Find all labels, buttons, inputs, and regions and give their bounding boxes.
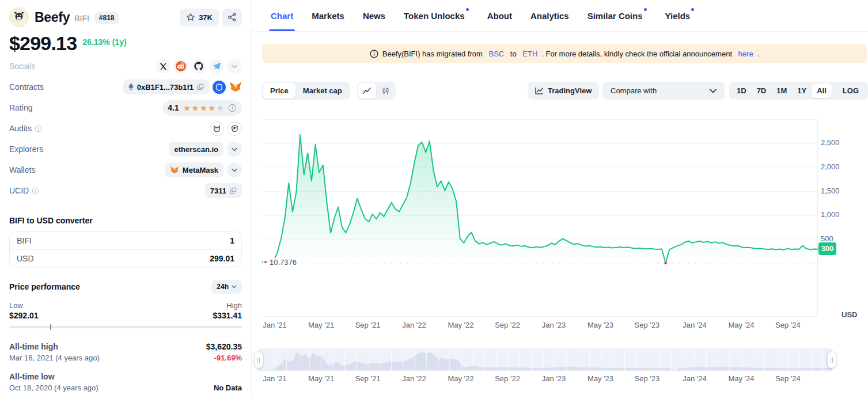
x-axis-label: Sep '21 xyxy=(355,321,381,329)
contract-address-pill[interactable]: 0xB1F1...73b1f1 xyxy=(123,79,209,94)
ucid-pill[interactable]: 7311 xyxy=(205,183,242,198)
eth-link[interactable]: ETH xyxy=(522,50,537,58)
tradingview-button[interactable]: TradingView xyxy=(528,82,599,100)
y-axis-label: 500 xyxy=(821,234,833,243)
announcement-link[interactable]: here xyxy=(738,50,753,58)
telegram-icon[interactable] xyxy=(209,59,224,74)
x-axis-label: Sep '22 xyxy=(495,321,520,329)
metamask-icon xyxy=(170,166,179,174)
explorers-row: Explorers etherscan.io xyxy=(9,139,242,159)
star-icon: ★ xyxy=(208,104,215,112)
brush-handle-right[interactable] xyxy=(828,352,836,368)
x-axis-label: May '22 xyxy=(448,374,473,383)
ucid-value: 7311 xyxy=(210,187,226,195)
chart-controls: Price Market cap TradingView Compare wit… xyxy=(262,82,868,100)
tab-similar-coins[interactable]: Similar Coins xyxy=(587,0,647,31)
chart-type-toggle xyxy=(357,82,396,100)
range-1m[interactable]: 1M xyxy=(771,83,792,98)
coin-rank-badge: #818 xyxy=(94,12,119,24)
range-1y[interactable]: 1Y xyxy=(792,83,812,98)
range-brush-chart[interactable] xyxy=(258,348,832,371)
marketcap-toggle-button[interactable]: Market cap xyxy=(296,83,349,98)
x-axis-label: Sep '24 xyxy=(775,321,801,329)
tab-chart[interactable]: Chart xyxy=(271,0,293,31)
performance-range-dropdown[interactable]: 24h xyxy=(211,280,242,294)
ath-change: -91.69% xyxy=(214,354,242,362)
certik-badge-icon[interactable] xyxy=(213,81,226,94)
range-7d[interactable]: 7D xyxy=(752,83,772,98)
coin-price: $299.13 xyxy=(9,32,77,55)
explorer-pill[interactable]: etherscan.io xyxy=(169,142,223,157)
beefy-logo-icon xyxy=(9,7,29,27)
time-range-selector: 1D 7D 1M 1Y All LOG ... xyxy=(729,82,868,100)
share-button[interactable] xyxy=(222,9,242,26)
star-icon xyxy=(186,13,195,22)
reddit-icon[interactable] xyxy=(173,59,188,74)
price-toggle-button[interactable]: Price xyxy=(263,83,295,98)
x-axis-label: Jan '24 xyxy=(683,321,707,329)
brush-handle-left[interactable] xyxy=(255,352,263,368)
tab-analytics[interactable]: Analytics xyxy=(530,0,569,31)
banner-text: . For more details, kindly check the off… xyxy=(541,50,734,58)
compare-with-dropdown[interactable]: Compare with xyxy=(602,82,725,100)
info-icon[interactable] xyxy=(228,104,237,112)
explorers-chevron-down-icon[interactable] xyxy=(227,142,242,157)
min-dot-icon xyxy=(264,261,267,263)
chevron-down-icon xyxy=(710,89,717,93)
bsc-link[interactable]: BSC xyxy=(488,50,504,58)
tab-news[interactable]: News xyxy=(363,0,385,31)
audit-shield-f-icon[interactable] xyxy=(228,121,242,136)
converter-amount-input[interactable]: 299.01 xyxy=(210,254,234,263)
high-value: $331.41 xyxy=(213,311,242,320)
x-axis-label: Jan '23 xyxy=(542,321,566,329)
tab-about[interactable]: About xyxy=(487,0,512,31)
ucid-label: UCID xyxy=(9,186,39,195)
header-actions: 37K xyxy=(180,9,242,26)
x-icon[interactable] xyxy=(156,59,170,74)
tab-markets[interactable]: Markets xyxy=(312,0,344,31)
audit-shield-cat-icon[interactable] xyxy=(210,121,224,136)
range-all[interactable]: All xyxy=(812,83,832,98)
all-time-high-block: All-time high $3,620.35 Mar 16, 2021 (4 … xyxy=(9,342,242,362)
x-axis-label: Sep '24 xyxy=(775,374,801,383)
log-scale-button[interactable]: LOG xyxy=(837,83,864,98)
converter-amount-input[interactable]: 1 xyxy=(230,236,234,245)
tab-token-unlocks[interactable]: Token Unlocks xyxy=(404,0,469,31)
coin-header: Beefy BIFI #818 37K xyxy=(9,7,242,28)
coin-name: Beefy xyxy=(35,10,70,25)
wallet-pill[interactable]: MetaMask xyxy=(165,162,223,177)
coin-tabs: Chart Markets News Token Unlocks About A… xyxy=(252,0,868,32)
atl-label: All-time low xyxy=(9,372,55,381)
x-axis-label: Jan '22 xyxy=(402,321,426,329)
high-label: High xyxy=(226,301,242,310)
tab-yields[interactable]: Yields xyxy=(665,0,695,31)
wallets-label: Wallets xyxy=(9,165,35,174)
x-axis-label: May '23 xyxy=(587,374,613,383)
star-icon: ★ xyxy=(217,104,224,112)
metamask-icon[interactable] xyxy=(229,81,242,93)
coinmarketcap-coin-page: Beefy BIFI #818 37K $299.13 26.13% (1y) … xyxy=(0,0,868,395)
range-1d[interactable]: 1D xyxy=(731,83,752,98)
x-axis-label: Jan '21 xyxy=(263,374,287,383)
rating-pill[interactable]: 4.1 ★★★★★ xyxy=(162,100,242,116)
candlestick-chart-icon[interactable] xyxy=(377,83,395,98)
audits-row: Audits xyxy=(9,118,242,139)
line-chart-icon[interactable] xyxy=(358,83,376,98)
wallets-chevron-down-icon[interactable] xyxy=(227,162,242,177)
divider xyxy=(9,336,242,336)
price-chart[interactable]: 10.7376 CoinMarketCap xyxy=(262,119,818,317)
audits-label: Audits xyxy=(9,124,42,133)
github-icon[interactable] xyxy=(191,59,206,74)
watchlist-button[interactable]: 37K xyxy=(180,9,219,26)
y-axis-label: 1,000 xyxy=(821,210,840,219)
coin-symbol: BIFI xyxy=(74,14,89,23)
converter-row-usd[interactable]: USD 299.01 xyxy=(10,249,241,267)
x-axis-label: Sep '23 xyxy=(635,321,660,329)
price-change-1y: 26.13% (1y) xyxy=(82,37,126,47)
chevron-down-icon xyxy=(232,285,237,288)
x-axis-label: May '24 xyxy=(728,374,754,383)
chart-min-value: 10.7376 xyxy=(270,258,297,267)
converter-row-bifi[interactable]: BIFI 1 xyxy=(10,232,241,249)
x-axis-label: Jan '24 xyxy=(683,374,707,383)
chevron-down-icon[interactable] xyxy=(227,59,242,74)
